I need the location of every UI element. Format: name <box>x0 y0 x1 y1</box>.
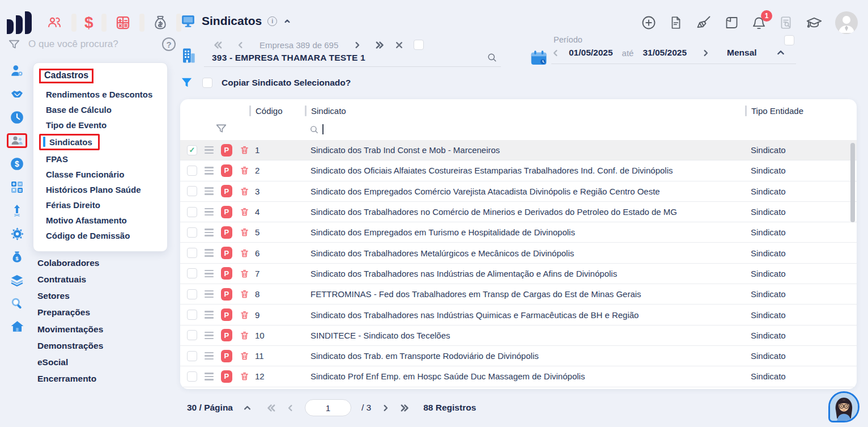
row-checkbox[interactable]: ✓ <box>187 371 197 382</box>
row-delete-icon[interactable] <box>240 165 249 176</box>
menu-item[interactable]: Motivo Afastamento <box>39 213 159 228</box>
sidebar-section-item[interactable]: eSocial <box>37 354 103 370</box>
row-checkbox[interactable]: ✓ <box>187 330 197 340</box>
user-avatar[interactable] <box>835 11 858 34</box>
info-icon[interactable]: i <box>267 16 277 26</box>
column-filter-icon[interactable] <box>215 122 227 134</box>
menu-item[interactable]: Código de Demissão <box>39 228 159 243</box>
employee-settings-icon[interactable] <box>7 64 27 78</box>
row-delete-icon[interactable] <box>240 206 249 217</box>
notifications-icon[interactable]: 1 <box>751 15 767 31</box>
row-menu-icon[interactable] <box>205 290 214 298</box>
row-checkbox[interactable]: ✓ <box>187 310 197 320</box>
row-checkbox[interactable]: ✓ <box>187 145 197 155</box>
company-search-icon[interactable] <box>487 52 497 63</box>
row-p-button[interactable]: P <box>221 164 232 177</box>
clock-icon[interactable] <box>7 110 27 125</box>
row-delete-icon[interactable] <box>240 186 249 197</box>
row-menu-icon[interactable] <box>205 249 214 257</box>
next-period-icon[interactable] <box>701 49 710 57</box>
row-delete-icon[interactable] <box>240 350 249 361</box>
row-menu-icon[interactable] <box>205 208 214 216</box>
table-row[interactable]: ✓ P 10 SINDITECE - Sindicato dos Tecelõe… <box>180 325 857 346</box>
document-icon[interactable] <box>669 15 683 31</box>
money-bag-icon-blue[interactable]: $ <box>7 250 27 264</box>
row-menu-icon[interactable] <box>205 229 214 236</box>
period-start-date[interactable]: 01/05/2025 <box>569 48 613 58</box>
sidebar-section-item[interactable]: Preparações <box>37 305 103 321</box>
table-scrollbar-thumb[interactable] <box>850 143 855 222</box>
row-menu-icon[interactable] <box>205 167 214 175</box>
money-bag-icon[interactable] <box>152 14 168 31</box>
menu-item[interactable]: Rendimentos e Descontos <box>39 87 159 102</box>
sidebar-section-item[interactable]: Movimentações <box>37 321 103 337</box>
row-checkbox[interactable]: ✓ <box>187 289 197 299</box>
table-row[interactable]: ✓ P 8 FETTROMINAS - Fed dos Trabalhadore… <box>180 284 857 305</box>
next-company-icon[interactable] <box>353 41 361 49</box>
column-header-sindicato[interactable]: Sindicato <box>305 105 745 116</box>
row-p-button[interactable]: P <box>221 308 232 321</box>
row-menu-icon[interactable] <box>205 332 214 340</box>
calculator-icon-blue[interactable] <box>7 180 27 195</box>
menu-item[interactable]: Classe Funcionário <box>39 167 159 182</box>
period-type-select[interactable]: Mensal <box>727 48 757 58</box>
row-menu-icon[interactable] <box>205 352 214 360</box>
people-management-icon[interactable] <box>7 133 27 148</box>
broom-icon[interactable] <box>695 15 712 31</box>
row-checkbox[interactable]: ✓ <box>187 207 197 217</box>
table-row[interactable]: ✓ P 5 Sindicato dos Empregados em Turism… <box>180 222 857 243</box>
sidebar-section-item[interactable]: Contratuais <box>37 271 103 288</box>
period-end-date[interactable]: 31/05/2025 <box>643 48 687 58</box>
help-icon[interactable]: ? <box>162 37 176 51</box>
row-p-button[interactable]: P <box>221 185 232 197</box>
row-p-button[interactable]: P <box>221 329 232 341</box>
chat-assistant-avatar[interactable] <box>828 391 860 422</box>
last-page-icon[interactable] <box>400 403 410 413</box>
menu-item[interactable]: Férias Direito <box>39 197 159 213</box>
page-size-chevron-icon[interactable] <box>243 404 252 412</box>
row-checkbox[interactable]: ✓ <box>187 227 197 238</box>
row-delete-icon[interactable] <box>240 330 249 341</box>
row-delete-icon[interactable] <box>240 289 249 299</box>
search-input[interactable]: O que você procura? <box>28 39 154 50</box>
row-checkbox[interactable]: ✓ <box>187 166 197 176</box>
row-delete-icon[interactable] <box>240 248 249 259</box>
people-icon[interactable] <box>45 15 63 31</box>
search-icon-blue[interactable] <box>7 296 27 311</box>
row-menu-icon[interactable] <box>205 311 214 319</box>
row-p-button[interactable]: P <box>221 370 232 383</box>
row-checkbox[interactable]: ✓ <box>187 248 197 258</box>
company-checkbox[interactable] <box>414 40 424 50</box>
sindicato-search-field[interactable] <box>305 124 745 134</box>
page-size-select[interactable]: 30 / Página <box>187 403 233 413</box>
table-row[interactable]: ✓ P 12 Sindicato Prof Enf Emp. em Hospc … <box>180 366 857 387</box>
prev-period-icon[interactable] <box>551 49 560 57</box>
page-flip-icon[interactable] <box>724 15 739 31</box>
dollar-coin-icon[interactable]: $ <box>7 157 27 171</box>
row-p-button[interactable]: P <box>221 267 232 280</box>
row-menu-icon[interactable] <box>205 270 214 278</box>
table-row[interactable]: ✓ P 3 Sindicato dos Empregados Comércio … <box>180 181 857 202</box>
audit-search-icon[interactable] <box>778 15 793 31</box>
row-checkbox[interactable]: ✓ <box>187 268 197 278</box>
row-p-button[interactable]: P <box>221 206 232 218</box>
row-delete-icon[interactable] <box>240 145 249 155</box>
dollar-icon[interactable]: $ <box>84 14 93 32</box>
row-menu-icon[interactable] <box>205 373 214 381</box>
menu-item[interactable]: Históricos Plano Saúde <box>39 182 159 197</box>
table-row[interactable]: ✓ P 6 Sindicato dos Trabalhadores Metalú… <box>180 243 857 263</box>
menu-item[interactable]: Tipo de Evento <box>39 117 159 133</box>
table-row[interactable]: ✓ P 9 Sindicato dos Trabalhadores nas In… <box>180 305 857 325</box>
row-p-button[interactable]: P <box>221 350 232 362</box>
graduation-cap-icon[interactable] <box>805 15 823 31</box>
menu-item[interactable]: Base de Cálculo <box>39 102 159 117</box>
clear-company-icon[interactable] <box>395 41 403 49</box>
row-delete-icon[interactable] <box>240 268 249 279</box>
row-checkbox[interactable]: ✓ <box>187 186 197 196</box>
last-company-icon[interactable] <box>375 40 385 50</box>
row-delete-icon[interactable] <box>240 371 249 382</box>
column-header-tipo-entidade[interactable]: Tipo Entidade <box>745 105 857 116</box>
first-page-icon[interactable] <box>266 403 276 413</box>
period-checkbox[interactable] <box>784 35 794 45</box>
global-search[interactable]: O que você procura? ? <box>8 37 176 51</box>
